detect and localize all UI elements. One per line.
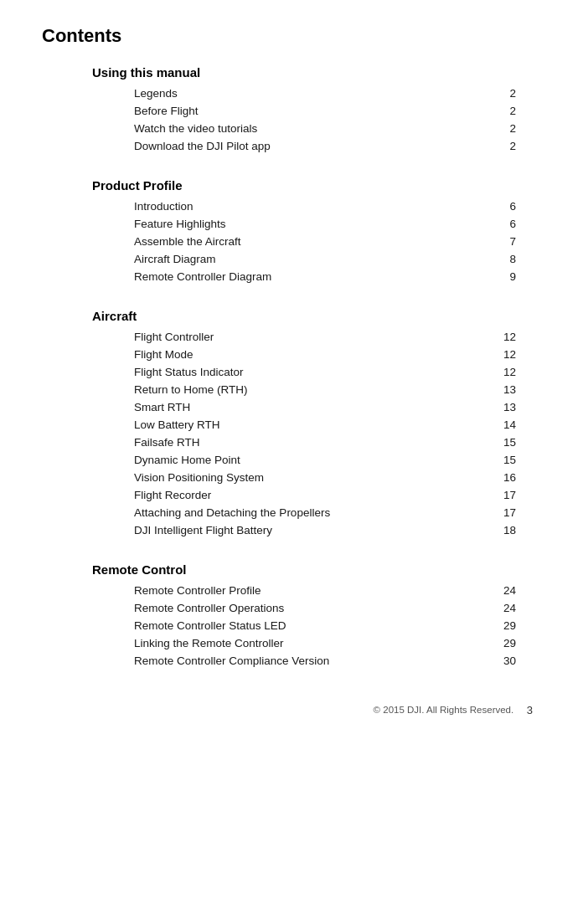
- toc-item-label: Legends: [134, 87, 178, 100]
- toc-item[interactable]: Remote Controller Operations24: [42, 599, 541, 617]
- toc-item-page: 8: [499, 253, 516, 265]
- toc-item-label: Feature Highlights: [134, 218, 226, 230]
- toc-item[interactable]: Assemble the Aircraft7: [42, 233, 541, 250]
- section-using-this-manual: Using this manualLegends2Before Flight2W…: [42, 65, 541, 155]
- toc-item[interactable]: Failsafe RTH15: [42, 434, 541, 451]
- toc-item-label: Flight Recorder: [134, 489, 211, 501]
- toc-item-label: Failsafe RTH: [134, 436, 200, 449]
- toc-item-label: DJI Intelligent Flight Battery: [134, 524, 272, 536]
- section-header-aircraft: Aircraft: [42, 309, 541, 323]
- section-header-product-profile: Product Profile: [42, 178, 541, 192]
- toc-container: Using this manualLegends2Before Flight2W…: [42, 65, 541, 670]
- toc-item-label: Smart RTH: [134, 401, 190, 413]
- toc-item-page: 17: [499, 506, 516, 519]
- toc-item-label: Dynamic Home Point: [134, 454, 240, 466]
- toc-item-page: 12: [499, 331, 516, 343]
- toc-item-page: 2: [499, 122, 516, 135]
- toc-item-label: Aircraft Diagram: [134, 253, 216, 265]
- toc-item-label: Vision Positioning System: [134, 471, 264, 484]
- toc-item[interactable]: Flight Controller12: [42, 328, 541, 346]
- toc-item-label: Before Flight: [134, 105, 199, 117]
- toc-item[interactable]: Attaching and Detaching the Propellers17: [42, 504, 541, 521]
- toc-item[interactable]: Legends2: [42, 85, 541, 102]
- footer-copyright: © 2015 DJI. All Rights Reserved.: [374, 705, 514, 715]
- toc-item-page: 2: [499, 87, 516, 100]
- toc-item[interactable]: Flight Mode12: [42, 346, 541, 363]
- toc-item-label: Attaching and Detaching the Propellers: [134, 506, 330, 519]
- section-product-profile: Product ProfileIntroduction6Feature High…: [42, 178, 541, 285]
- toc-item-label: Remote Controller Operations: [134, 602, 284, 614]
- toc-item[interactable]: Before Flight2: [42, 102, 541, 120]
- toc-item-page: 14: [499, 418, 516, 431]
- toc-item-label: Assemble the Aircraft: [134, 235, 241, 248]
- footer-page-number: 3: [527, 704, 533, 716]
- footer: © 2015 DJI. All Rights Reserved. 3: [42, 703, 541, 716]
- toc-item[interactable]: Remote Controller Profile24: [42, 582, 541, 599]
- toc-item-page: 29: [499, 637, 516, 649]
- toc-item-page: 6: [499, 218, 516, 230]
- toc-item-label: Remote Controller Diagram: [134, 270, 271, 283]
- toc-item-page: 2: [499, 105, 516, 117]
- toc-item[interactable]: Remote Controller Compliance Version30: [42, 652, 541, 670]
- toc-item-page: 12: [499, 348, 516, 361]
- toc-item[interactable]: Watch the video tutorials2: [42, 120, 541, 137]
- toc-item[interactable]: Remote Controller Status LED29: [42, 617, 541, 634]
- toc-item[interactable]: Remote Controller Diagram9: [42, 268, 541, 285]
- toc-item-page: 30: [499, 654, 516, 667]
- toc-item-label: Flight Mode: [134, 348, 193, 361]
- toc-item[interactable]: Smart RTH13: [42, 398, 541, 416]
- toc-item[interactable]: Flight Recorder17: [42, 486, 541, 504]
- toc-item[interactable]: Return to Home (RTH)13: [42, 381, 541, 398]
- section-aircraft: AircraftFlight Controller12Flight Mode12…: [42, 309, 541, 539]
- toc-item-label: Introduction: [134, 200, 193, 213]
- toc-item[interactable]: Download the DJI Pilot app2: [42, 137, 541, 155]
- toc-item-label: Download the DJI Pilot app: [134, 140, 271, 152]
- toc-item-page: 13: [499, 401, 516, 413]
- toc-item-page: 29: [499, 619, 516, 632]
- page-title: Contents: [42, 25, 541, 47]
- toc-item-label: Remote Controller Status LED: [134, 619, 286, 632]
- toc-item[interactable]: Dynamic Home Point15: [42, 451, 541, 469]
- toc-item[interactable]: Vision Positioning System16: [42, 469, 541, 486]
- toc-item-label: Remote Controller Compliance Version: [134, 654, 329, 667]
- toc-item-page: 7: [499, 235, 516, 248]
- toc-item[interactable]: Linking the Remote Controller29: [42, 634, 541, 652]
- toc-item-page: 15: [499, 454, 516, 466]
- toc-item[interactable]: Aircraft Diagram8: [42, 250, 541, 268]
- toc-item[interactable]: DJI Intelligent Flight Battery18: [42, 521, 541, 539]
- toc-item-label: Remote Controller Profile: [134, 584, 261, 597]
- toc-item-page: 2: [499, 140, 516, 152]
- toc-item-page: 13: [499, 383, 516, 396]
- section-header-remote-control: Remote Control: [42, 562, 541, 577]
- toc-item-page: 15: [499, 436, 516, 449]
- toc-item-page: 12: [499, 366, 516, 378]
- toc-item-page: 6: [499, 200, 516, 213]
- toc-item-page: 16: [499, 471, 516, 484]
- toc-item-label: Flight Controller: [134, 331, 214, 343]
- toc-item-label: Low Battery RTH: [134, 418, 220, 431]
- toc-item[interactable]: Flight Status Indicator12: [42, 363, 541, 381]
- toc-item-label: Flight Status Indicator: [134, 366, 244, 378]
- toc-item-page: 24: [499, 584, 516, 597]
- toc-item[interactable]: Introduction6: [42, 198, 541, 215]
- toc-item-label: Watch the video tutorials: [134, 122, 257, 135]
- toc-item-page: 17: [499, 489, 516, 501]
- toc-item-page: 24: [499, 602, 516, 614]
- toc-item-page: 18: [499, 524, 516, 536]
- toc-item[interactable]: Feature Highlights6: [42, 215, 541, 233]
- toc-item-page: 9: [499, 270, 516, 283]
- toc-item[interactable]: Low Battery RTH14: [42, 416, 541, 434]
- toc-item-label: Return to Home (RTH): [134, 383, 248, 396]
- section-header-using-this-manual: Using this manual: [42, 65, 541, 80]
- section-remote-control: Remote ControlRemote Controller Profile2…: [42, 562, 541, 670]
- toc-item-label: Linking the Remote Controller: [134, 637, 284, 649]
